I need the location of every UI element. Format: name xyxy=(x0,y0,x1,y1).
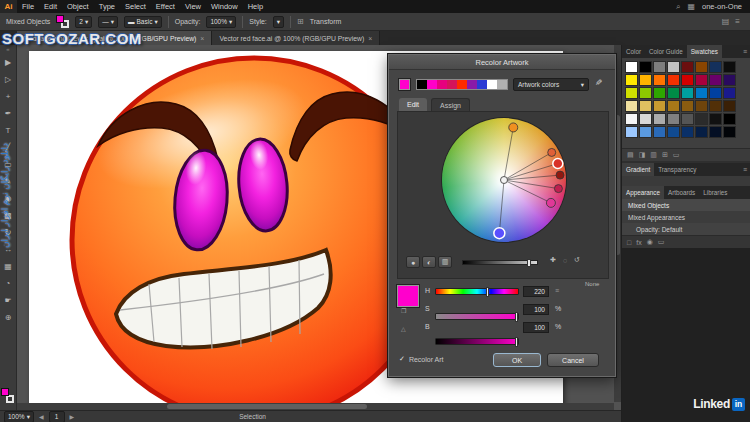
remove-color-icon[interactable]: ◌ xyxy=(563,257,567,264)
swatch[interactable] xyxy=(639,126,652,138)
swatch[interactable] xyxy=(695,61,708,73)
swatch-libraries-icon[interactable]: ▤ xyxy=(627,151,634,159)
tab-color[interactable]: Color xyxy=(622,45,645,58)
strip-color[interactable] xyxy=(497,80,507,89)
swatch[interactable] xyxy=(639,87,652,99)
control-panel-menu-icon[interactable]: ≡ xyxy=(735,17,740,26)
stroke-weight-dropdown[interactable]: 2 ▾ xyxy=(75,16,92,28)
wheel-color-marker[interactable] xyxy=(554,185,562,193)
tool-icon[interactable]: ▦ xyxy=(0,258,17,275)
panel-menu-icon[interactable]: ≡ xyxy=(743,48,750,55)
workspace-switcher-icon[interactable]: ▦ xyxy=(687,2,695,11)
swatch[interactable] xyxy=(625,74,638,86)
swatch[interactable] xyxy=(667,113,680,125)
saturation-value-field[interactable]: 100 xyxy=(523,304,549,315)
strip-color[interactable] xyxy=(467,80,477,89)
strip-color[interactable] xyxy=(457,80,467,89)
strip-color[interactable] xyxy=(427,80,437,89)
swatch[interactable] xyxy=(723,126,736,138)
duplicate-item-icon[interactable]: ▭ xyxy=(658,238,665,246)
appearance-row[interactable]: Mixed Appearances xyxy=(622,211,750,223)
close-tab-icon[interactable]: × xyxy=(200,35,204,42)
slider-handle[interactable] xyxy=(515,337,518,347)
swatch[interactable] xyxy=(681,113,694,125)
horizontal-scrollbar[interactable] xyxy=(17,403,614,410)
color-bars-button[interactable]: ▥ xyxy=(438,256,452,268)
smooth-wheel-button[interactable]: ● xyxy=(406,256,420,268)
swatch[interactable] xyxy=(709,126,722,138)
artboard-number-field[interactable]: 1 xyxy=(49,411,65,422)
tab-appearance[interactable]: Appearance xyxy=(622,186,664,199)
new-stroke-icon[interactable]: □ xyxy=(627,239,631,246)
eyedropper-icon[interactable]: ✎ xyxy=(595,78,603,88)
brightness-value-field[interactable]: 100 xyxy=(523,322,549,333)
swatch[interactable] xyxy=(639,113,652,125)
clear-appearance-icon[interactable]: ◉ xyxy=(647,238,653,246)
selected-color-swatch[interactable] xyxy=(397,285,419,307)
tab-transparency[interactable]: Transparency xyxy=(654,163,700,176)
strip-color[interactable] xyxy=(417,80,427,89)
swatch[interactable] xyxy=(695,113,708,125)
swatch[interactable] xyxy=(695,100,708,112)
search-icon[interactable]: ⌕ xyxy=(676,2,680,12)
tool-icon[interactable]: ☛ xyxy=(0,292,17,309)
saturation-slider[interactable] xyxy=(435,313,519,320)
swatch[interactable] xyxy=(653,126,666,138)
document-tab[interactable]: Vector red face.ai @ 100% (RGB/GPU Previ… xyxy=(212,31,380,45)
swatch[interactable] xyxy=(653,113,666,125)
tab-color-guide[interactable]: Color Guide xyxy=(645,45,687,58)
preset-dropdown[interactable]: Artwork colors ▾ xyxy=(513,78,589,91)
swatch[interactable] xyxy=(709,113,722,125)
color-mode-menu-icon[interactable]: ≡ xyxy=(555,287,559,294)
swatch[interactable] xyxy=(681,126,694,138)
swatch[interactable] xyxy=(695,87,708,99)
unlink-harmony-icon[interactable]: ↺ xyxy=(574,256,580,264)
tab-gradient[interactable]: Gradient xyxy=(622,163,654,176)
tool-icon[interactable]: ⊕ xyxy=(0,309,17,326)
swatch[interactable] xyxy=(723,100,736,112)
swatch[interactable] xyxy=(667,87,680,99)
gamut-warning-icon[interactable]: △ xyxy=(401,325,406,332)
transform-button[interactable]: Transform xyxy=(310,18,342,25)
swatch[interactable] xyxy=(653,100,666,112)
current-color-swatch[interactable] xyxy=(399,79,410,90)
swatch[interactable] xyxy=(625,87,638,99)
add-color-icon[interactable]: ✚ xyxy=(550,256,556,264)
swatch[interactable] xyxy=(695,74,708,86)
ok-button[interactable]: OK xyxy=(493,353,541,367)
fill-color-well[interactable] xyxy=(1,388,9,396)
prev-artboard-icon[interactable]: ◀ xyxy=(39,413,44,420)
opacity-dropdown[interactable]: 100% ▾ xyxy=(206,16,236,28)
swatch[interactable] xyxy=(625,126,638,138)
wheel-color-marker[interactable] xyxy=(509,123,518,132)
tab-swatches[interactable]: Swatches xyxy=(687,45,722,58)
fill-stroke-chip[interactable] xyxy=(56,15,69,28)
hue-slider[interactable] xyxy=(435,288,519,295)
menu-item-type[interactable]: Type xyxy=(94,0,120,13)
cancel-button[interactable]: Cancel xyxy=(547,353,599,367)
menu-item-view[interactable]: View xyxy=(180,0,206,13)
swatch-options-icon[interactable]: ▥ xyxy=(650,151,657,159)
menu-item-effect[interactable]: Effect xyxy=(151,0,180,13)
stroke-color-well[interactable] xyxy=(6,395,14,403)
tab-assign[interactable]: Assign xyxy=(431,98,470,111)
strip-color[interactable] xyxy=(487,80,497,89)
swatch[interactable] xyxy=(639,100,652,112)
strip-color[interactable] xyxy=(447,80,457,89)
menu-item-window[interactable]: Window xyxy=(206,0,243,13)
swatch[interactable] xyxy=(653,74,666,86)
slider-handle[interactable] xyxy=(486,287,489,297)
swatch[interactable] xyxy=(723,74,736,86)
recolor-art-checkbox[interactable]: ✓ Recolor Art xyxy=(399,355,444,363)
swatch[interactable] xyxy=(709,74,722,86)
swatch[interactable] xyxy=(625,100,638,112)
tool-icon[interactable]: ◔ xyxy=(0,275,17,292)
swatch[interactable] xyxy=(667,74,680,86)
panel-menu-icon[interactable]: ≡ xyxy=(743,166,750,173)
swatch[interactable] xyxy=(681,87,694,99)
dialog-title-bar[interactable]: Recolor Artwork xyxy=(389,55,615,70)
workspace-label[interactable]: one-on-One xyxy=(702,2,742,11)
tab-artboards[interactable]: Artboards xyxy=(664,186,699,199)
swatch[interactable] xyxy=(709,61,722,73)
wheel-color-marker[interactable] xyxy=(548,148,556,156)
